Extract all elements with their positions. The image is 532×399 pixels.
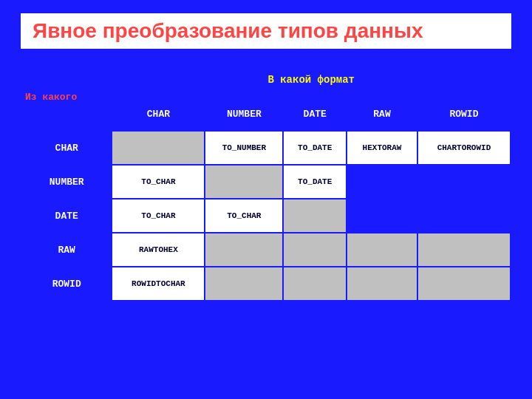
cell-1-1 [205,165,283,199]
cell-0-1: TO_NUMBER [205,131,283,165]
conversion-table-wrapper: Из какого В какой формат CHAR NUMBER DAT… [21,62,511,301]
table-row: ROWIDROWIDTOCHAR [21,267,511,301]
cell-4-2 [283,267,347,301]
cell-2-3 [347,199,417,233]
row-header-date: DATE [21,199,112,233]
cell-2-4 [417,199,511,233]
col-header-date: DATE [283,97,347,131]
cell-3-1 [205,233,283,267]
cell-2-1: TO_CHAR [205,199,283,233]
cell-4-1 [205,267,283,301]
cell-3-0: RAWTOHEX [112,233,205,267]
conversion-table: Из какого В какой формат CHAR NUMBER DAT… [21,62,511,301]
cell-1-2: TO_DATE [283,165,347,199]
row-header-number: NUMBER [21,165,112,199]
page-title: Явное преобразование типов данных [21,13,511,49]
cell-4-3 [347,267,417,301]
cell-3-2 [283,233,347,267]
row-header-char: CHAR [21,131,112,165]
cell-3-3 [347,233,417,267]
iz-kakogo-label: Из какого [21,63,112,131]
cell-4-0: ROWIDTOCHAR [112,267,205,301]
cell-2-0: TO_CHAR [112,199,205,233]
col-header-char: CHAR [112,97,205,131]
col-header-raw: RAW [347,97,417,131]
cell-4-4 [417,267,511,301]
cell-0-0 [112,131,205,165]
cell-0-3: HEXTORAW [347,131,417,165]
table-row: RAWRAWTOHEX [21,233,511,267]
header-top: В какой формат [112,63,511,97]
cell-1-4 [417,165,511,199]
cell-3-4 [417,233,511,267]
cell-1-3 [347,165,417,199]
cell-2-2 [283,199,347,233]
cell-1-0: TO_CHAR [112,165,205,199]
cell-0-2: TO_DATE [283,131,347,165]
table-row: DATETO_CHARTO_CHAR [21,199,511,233]
col-header-rowid: ROWID [417,97,511,131]
col-header-number: NUMBER [205,97,283,131]
row-header-rowid: ROWID [21,267,112,301]
table-row: CHARTO_NUMBERTO_DATEHEXTORAWCHARTOROWID [21,131,511,165]
table-row: NUMBERTO_CHARTO_DATE [21,165,511,199]
cell-0-4: CHARTOROWID [417,131,511,165]
row-header-raw: RAW [21,233,112,267]
page: Явное преобразование типов данных Из как… [0,0,532,399]
